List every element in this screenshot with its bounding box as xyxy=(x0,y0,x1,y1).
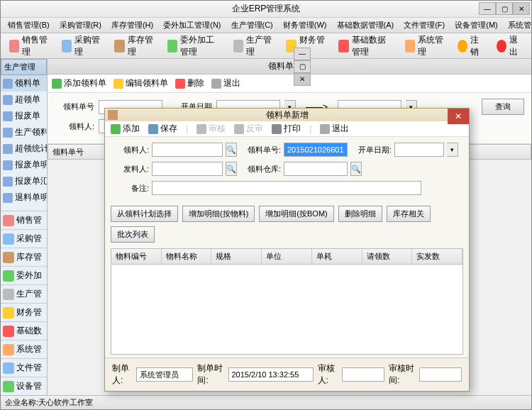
sub-tb-0[interactable]: 添加领料单 xyxy=(52,77,106,89)
dlg-add-button[interactable]: 添加 xyxy=(111,123,140,135)
toolbar-0[interactable]: 销售管理 xyxy=(6,33,52,60)
sidebar-mod-2[interactable]: 库存管 xyxy=(1,248,47,266)
dlg-date-input[interactable] xyxy=(394,143,444,157)
sidebar-item-7[interactable]: 退料单明 xyxy=(1,189,47,206)
dlg-btn-4[interactable]: 库存相关 xyxy=(387,206,431,222)
sidebar-mod-8[interactable]: 文件管 xyxy=(1,358,47,377)
dlg-orderno-input[interactable] xyxy=(284,143,348,157)
toolbar-3[interactable]: 委外加工管理 xyxy=(165,33,223,60)
sub-minimize[interactable]: — xyxy=(294,48,311,60)
sidebar-mod-0[interactable]: 销售管 xyxy=(1,211,47,229)
dlg-close-button[interactable]: ✕ xyxy=(448,109,469,124)
menu-9[interactable]: 系统管理(S) xyxy=(504,18,532,32)
auditor-input[interactable] xyxy=(342,367,384,382)
audit-icon xyxy=(196,124,206,134)
menu-6[interactable]: 基础数据管理(A) xyxy=(333,18,399,32)
mod-icon xyxy=(3,344,14,355)
maximize-button[interactable]: ▢ xyxy=(496,2,513,15)
sub-tb-3[interactable]: 退出 xyxy=(211,77,240,89)
dlg-print-button[interactable]: 打印 xyxy=(272,123,301,135)
dlg-btn-5[interactable]: 批次列表 xyxy=(111,226,155,243)
audit-time-input[interactable] xyxy=(419,367,462,382)
menu-1[interactable]: 采购管理(R) xyxy=(55,18,106,32)
creator-input[interactable] xyxy=(136,367,193,382)
sidebar-mod-3[interactable]: 委外加 xyxy=(1,266,47,284)
sidebar-mod-5[interactable]: 财务管 xyxy=(1,303,47,321)
dlg-warehouse-input[interactable] xyxy=(284,162,348,176)
dlg-audit-button[interactable]: 审核 xyxy=(196,123,226,135)
dlg-remark-input[interactable] xyxy=(152,181,421,195)
dlg-person-label: 领料人: xyxy=(115,145,149,155)
sidebar-item-3[interactable]: 生产领料 xyxy=(1,124,47,140)
query-button[interactable]: 查询 xyxy=(482,99,524,115)
toolbar-7[interactable]: 系统管理 xyxy=(402,33,448,60)
tb-icon-0 xyxy=(9,40,19,52)
sidebar-item-0[interactable]: 领料单 xyxy=(1,75,47,92)
tb-icon-4 xyxy=(233,40,243,52)
sidebar-mod-4[interactable]: 生产管 xyxy=(1,284,47,303)
sub-tb-icon xyxy=(52,79,62,89)
sub-tb-1[interactable]: 编辑领料单 xyxy=(113,77,168,89)
toolbar-9[interactable]: 退出 xyxy=(494,33,526,60)
sidebar-mod-9[interactable]: 设备管 xyxy=(1,377,47,395)
sidebar-mod-6[interactable]: 基础数 xyxy=(1,321,47,340)
mod-icon xyxy=(3,381,14,392)
dlg-btn-2[interactable]: 增加明细(按BOM) xyxy=(259,206,333,222)
sidebar-item-6[interactable]: 报废单汇 xyxy=(1,173,47,189)
menu-0[interactable]: 销售管理(B) xyxy=(4,18,54,32)
toolbar-1[interactable]: 采购管理 xyxy=(59,33,104,60)
menu-3[interactable]: 委外加工管理(N) xyxy=(159,18,225,32)
sub-tb-2[interactable]: 删除 xyxy=(175,77,204,89)
dlg-grid: 物料编号物料名称规格单位单耗请领数实发数 xyxy=(111,248,463,355)
mod-icon xyxy=(3,307,14,318)
mod-icon xyxy=(3,215,14,226)
side-icon xyxy=(3,95,13,105)
menu-8[interactable]: 设备管理(M) xyxy=(450,18,502,32)
sub-close[interactable]: ✕ xyxy=(294,73,311,86)
dlg-exit-button[interactable]: 退出 xyxy=(320,123,349,135)
sidebar-item-1[interactable]: 超领单 xyxy=(1,92,47,108)
menu-7[interactable]: 文件管理(F) xyxy=(399,18,449,32)
mod-icon xyxy=(3,233,14,245)
menu-5[interactable]: 财务管理(W) xyxy=(279,18,331,32)
sub-titlebar: 领料单 — ▢ ✕ xyxy=(48,59,531,74)
minimize-button[interactable]: — xyxy=(479,2,496,15)
dlg-issuer-input[interactable] xyxy=(152,162,223,176)
toolbar-6[interactable]: 基础数据管理 xyxy=(336,33,394,60)
sidebar-item-4[interactable]: 超领统计 xyxy=(1,140,47,157)
dlg-col-6: 实发数 xyxy=(412,249,462,264)
tb-icon-7 xyxy=(405,40,415,52)
dlg-col-3: 单位 xyxy=(262,249,312,264)
dlg-save-button[interactable]: 保存 xyxy=(148,123,177,135)
toolbar-4[interactable]: 生产管理 xyxy=(231,33,276,60)
menu-4[interactable]: 生产管理(C) xyxy=(227,18,277,32)
close-button[interactable]: ✕ xyxy=(513,2,530,15)
dlg-btn-3[interactable]: 删除明细 xyxy=(338,206,382,222)
sidebar-mod-7[interactable]: 系统管 xyxy=(1,340,47,358)
dlg-person-input[interactable] xyxy=(152,143,223,157)
tb-icon-6 xyxy=(338,40,348,52)
dlg-issuer-lookup[interactable]: 🔍 xyxy=(226,162,237,176)
sidebar-item-5[interactable]: 报废单明 xyxy=(1,157,47,173)
dlg-icon xyxy=(108,110,118,120)
sub-grid-col-0: 领料单号 xyxy=(48,145,105,159)
dlg-grid-header: 物料编号物料名称规格单位单耗请领数实发数 xyxy=(111,249,462,265)
dlg-person-lookup[interactable]: 🔍 xyxy=(226,143,237,157)
sub-maximize[interactable]: ▢ xyxy=(294,60,311,73)
sidebar-mod-1[interactable]: 采购管 xyxy=(1,229,47,248)
dlg-unaudit-button[interactable]: 反审 xyxy=(234,123,263,135)
add-icon xyxy=(111,124,121,134)
create-time-input[interactable] xyxy=(228,367,314,382)
toolbar-8[interactable]: 注销 xyxy=(455,33,487,60)
mod-icon xyxy=(3,289,14,300)
dlg-btn-1[interactable]: 增加明细(按物料) xyxy=(182,206,255,222)
sidebar-active-tab[interactable]: 生产管理 xyxy=(1,59,47,75)
toolbar-2[interactable]: 库存管理 xyxy=(111,33,157,60)
dlg-warehouse-lookup[interactable]: 🔍 xyxy=(350,162,362,176)
dlg-orderno-label: 领料单号: xyxy=(240,145,281,155)
dlg-date-picker[interactable]: ▾ xyxy=(447,143,458,157)
sidebar-item-2[interactable]: 报废单 xyxy=(1,108,47,124)
dlg-btn-0[interactable]: 从领料计划选择 xyxy=(111,206,178,222)
dlg-issuer-label: 发料人: xyxy=(115,164,149,174)
menu-2[interactable]: 库存管理(H) xyxy=(107,18,157,32)
